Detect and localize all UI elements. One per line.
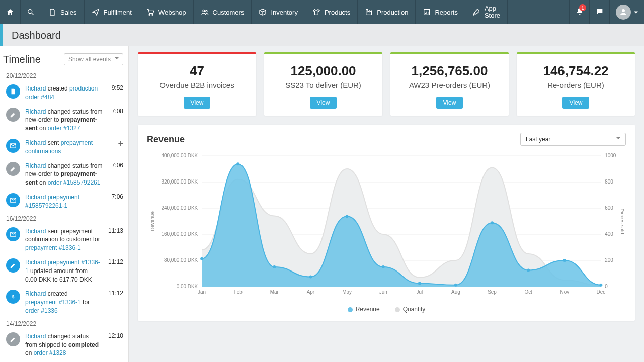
svg-text:1000: 1000 <box>605 153 616 158</box>
caret-down-icon <box>634 9 638 16</box>
timeline-item[interactable]: Richard prepayment #1336-1 updated amoun… <box>0 255 128 287</box>
svg-point-2 <box>149 14 150 15</box>
svg-line-1 <box>32 13 33 15</box>
timeline-text: Richard created production order #484 <box>25 84 104 102</box>
revenue-chart-card: Revenue Last year 0.00 DKK80,000.00 DKK1… <box>138 125 635 321</box>
nav-label: Reports <box>435 9 458 16</box>
chart-area: 0.00 DKK80,000.00 DKK160,000.00 DKK240,0… <box>147 151 626 302</box>
kpi-value: 47 <box>143 63 251 79</box>
svg-point-33 <box>382 265 385 268</box>
timeline-text: Richard sent prepayment confirmation to … <box>25 227 100 252</box>
nav-label: Sales <box>60 9 77 16</box>
report-icon <box>423 8 431 16</box>
rocket-icon <box>472 8 480 16</box>
svg-text:800: 800 <box>605 179 613 185</box>
timeline-text: Richard changed status from new-order to… <box>25 162 104 187</box>
expand-button[interactable]: + <box>118 139 123 149</box>
nav-home[interactable] <box>0 0 21 24</box>
nav-products[interactable]: Products <box>305 0 358 24</box>
messages-button[interactable] <box>589 0 609 24</box>
timeline-text: Richard prepayment #1585792261-1 <box>25 193 104 210</box>
timeline-date: 14/12/2022 <box>0 318 128 329</box>
nav-webshop[interactable]: Webshop <box>139 0 194 24</box>
kpi-label: AW23 Pre-orders (EUR) <box>395 81 504 89</box>
svg-text:400: 400 <box>605 231 613 237</box>
timeline-item[interactable]: Richard created production order #4849:5… <box>0 81 128 105</box>
timeline-item[interactable]: Richard sent prepayment confirmation to … <box>0 224 128 255</box>
svg-text:Aug: Aug <box>451 289 460 295</box>
kpi-view-button[interactable]: View <box>310 97 337 109</box>
kpi-view-button[interactable]: View <box>436 97 463 109</box>
timeline-item[interactable]: Richard changed status from shipped to c… <box>0 329 128 360</box>
users-icon <box>201 8 209 16</box>
timeline-item[interactable]: Richard sent prepayment confirmations+ <box>0 136 128 159</box>
chart-legend: Revenue Quantity <box>147 306 626 313</box>
svg-text:May: May <box>342 289 352 295</box>
timeline-time: 12:10 <box>105 332 123 339</box>
timeline-pencil-icon <box>6 108 20 122</box>
nav-production[interactable]: Production <box>358 0 416 24</box>
doc-icon <box>48 8 56 16</box>
nav-label: Production <box>377 9 408 16</box>
notifications-button[interactable]: 1 <box>569 0 589 24</box>
svg-text:Revenue: Revenue <box>149 211 155 231</box>
svg-point-35 <box>454 284 457 287</box>
timeline-item[interactable]: Richard changed status from new-order to… <box>0 105 128 136</box>
send-icon <box>92 8 100 16</box>
svg-point-0 <box>28 10 32 14</box>
nav-fulfilment[interactable]: Fulfilment <box>85 0 139 24</box>
cart-icon <box>146 8 154 16</box>
home-icon <box>6 8 14 16</box>
nav-sales[interactable]: Sales <box>41 0 85 24</box>
svg-point-28 <box>200 257 203 260</box>
svg-point-4 <box>203 10 205 12</box>
timeline-item[interactable]: Richard changed status from new-order to… <box>0 159 128 190</box>
avatar-icon <box>616 5 631 20</box>
nav-search[interactable] <box>21 0 41 24</box>
timeline-time: 11:12 <box>105 258 123 265</box>
kpi-card: 1,256,765.00AW23 Pre-orders (EUR)View <box>390 52 509 116</box>
kpi-value: 146,754.22 <box>522 63 630 79</box>
timeline-time: 7:06 <box>109 162 123 169</box>
svg-text:Mar: Mar <box>270 289 279 295</box>
svg-text:0.00 DKK: 0.00 DKK <box>177 284 198 289</box>
timeline-filter-select[interactable]: Show all events <box>64 53 123 65</box>
timeline-item[interactable]: Richard prepayment #1585792261-17:06 <box>0 190 128 213</box>
timeline-text: Richard changed status from new-order to… <box>25 108 104 133</box>
timeline-sidebar: Timeline Show all events 20/12/2022Richa… <box>0 46 129 362</box>
nav-reports[interactable]: Reports <box>416 0 465 24</box>
nav-app-store[interactable]: AppStore <box>465 0 508 24</box>
timeline-pencil-icon <box>6 332 20 346</box>
tshirt-icon <box>312 8 320 16</box>
page-title: Dashboard <box>12 30 61 41</box>
user-menu[interactable] <box>609 0 644 24</box>
legend-quantity: Quantity <box>403 306 426 313</box>
search-icon <box>27 8 35 16</box>
kpi-view-button[interactable]: View <box>562 97 590 109</box>
timeline-date: 20/12/2022 <box>0 70 128 81</box>
kpi-label: Re-orders (EUR) <box>522 81 630 89</box>
timeline-text: Richard changed status from shipped to c… <box>25 332 100 357</box>
nav-inventory[interactable]: Inventory <box>252 0 305 24</box>
svg-text:Dec: Dec <box>597 289 606 295</box>
timeline-item[interactable]: $Richard created prepayment #1336-1 for … <box>0 287 128 318</box>
svg-text:400,000.00 DKK: 400,000.00 DKK <box>162 153 198 158</box>
box-icon <box>259 8 267 16</box>
kpi-value: 1,256,765.00 <box>395 63 504 79</box>
svg-text:0: 0 <box>605 284 608 289</box>
svg-point-34 <box>418 282 421 285</box>
svg-point-29 <box>236 162 239 165</box>
svg-text:$: $ <box>12 295 15 299</box>
svg-point-32 <box>346 215 349 218</box>
timeline-text: Richard created prepayment #1336-1 for o… <box>25 290 100 315</box>
timeline-pencil-icon <box>6 162 20 176</box>
svg-text:240,000.00 DKK: 240,000.00 DKK <box>162 205 198 211</box>
svg-point-5 <box>205 10 207 12</box>
prod-icon <box>365 8 373 16</box>
chart-range-select[interactable]: Last year <box>520 133 626 146</box>
kpi-view-button[interactable]: View <box>184 97 211 109</box>
timeline-mail-icon <box>6 193 20 207</box>
nav-customers[interactable]: Customers <box>194 0 252 24</box>
timeline-time: 7:06 <box>109 193 123 200</box>
svg-text:Feb: Feb <box>234 289 243 295</box>
